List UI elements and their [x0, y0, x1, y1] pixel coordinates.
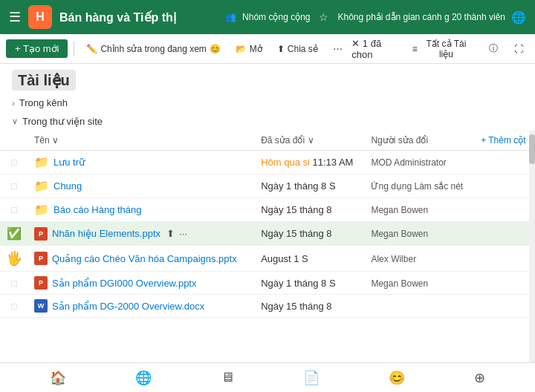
chevron-right-icon: › [12, 99, 15, 108]
col-modified-label: Đã sửa đổi [261, 135, 305, 146]
row-checkbox-cell: □ [0, 151, 28, 174]
row-name-cell[interactable]: WSản phẩm DG-2000 Overview.docx [28, 295, 255, 318]
row-checkbox-cell: ✅ [0, 222, 28, 246]
share-button[interactable]: ⬆ Chia sẻ [271, 41, 324, 57]
modifier-name: Megan Bowen [371, 278, 428, 289]
bottom-nav-person[interactable]: 😊 [380, 367, 414, 389]
row-actions[interactable]: ⬆··· [166, 228, 187, 239]
row-extra-cell [475, 246, 535, 272]
main-content: Tài liệu › Trong kênh ∨ Trong thư viện s… [0, 64, 535, 362]
all-docs-button[interactable]: ≡ Tất cả Tài liệu [406, 36, 479, 62]
row-name-cell[interactable]: 📁Chung [28, 174, 255, 198]
row-modifier-cell: Megan Bowen [365, 272, 475, 295]
share-icon: ⬆ [277, 44, 285, 54]
file-table-body: □📁Lưu trữHôm qua si 11:13 AMMOD Administ… [0, 151, 535, 318]
bottom-nav-add[interactable]: ⊕ [465, 367, 494, 389]
row-extra-cell [475, 295, 535, 318]
share-row-icon[interactable]: ⬆ [166, 228, 175, 239]
file-doc-small-icon: □ [11, 278, 17, 289]
modifier-name: Megan Bowen [371, 229, 428, 239]
file-name-link[interactable]: Nhãn hiệu Elements.pptx [52, 228, 160, 239]
row-checkbox-cell: □ [0, 198, 28, 222]
row-date-cell: Ngày 15 tháng 8 [255, 222, 365, 246]
row-name-cell[interactable]: PSản phẩm DGI000 Overview.pptx [28, 272, 255, 295]
scrollbar-thumb [529, 134, 535, 164]
table-row[interactable]: 🖐PQuảng cáo Chéo Văn hóa Campaigns.pptxA… [0, 246, 535, 272]
more-row-icon[interactable]: ··· [179, 228, 187, 239]
more-button[interactable]: ··· [327, 39, 348, 59]
share-label: Chia sẻ [288, 44, 318, 54]
file-doc-small-icon: □ [11, 180, 17, 192]
page-area: Tài liệu › Trong kênh ∨ Trong thư viện s… [0, 64, 535, 362]
emoji-indicator: 😊 [210, 44, 221, 54]
expand-button[interactable]: ⛶ [508, 41, 529, 57]
more-icon: ··· [333, 42, 343, 56]
row-modifier-cell: Megan Bowen [365, 222, 475, 246]
table-row[interactable]: □PSản phẩm DGI000 Overview.pptxNgày 1 th… [0, 272, 535, 295]
bottom-nav-doc[interactable]: 📄 [294, 367, 328, 389]
tree-item-channel[interactable]: › Trong kênh [6, 94, 535, 112]
new-button[interactable]: + Tạo mới [6, 39, 68, 58]
file-table: Tên ∨ Đã sửa đổi ∨ Người sửa đổi + Thêm … [0, 131, 535, 318]
file-scroll-area[interactable]: Tên ∨ Đã sửa đổi ∨ Người sửa đổi + Thêm … [0, 131, 535, 362]
date-text: Ngày 15 tháng 8 [261, 204, 331, 215]
row-extra-cell [475, 198, 535, 222]
col-modified-header[interactable]: Đã sửa đổi ∨ [255, 131, 365, 151]
table-row[interactable]: □WSản phẩm DG-2000 Overview.docxNgày 15 … [0, 295, 535, 318]
file-name-link[interactable]: Sản phẩm DG-2000 Overview.docx [52, 301, 204, 312]
row-extra-cell [475, 151, 535, 174]
date-text: Ngày 15 tháng 8 [261, 228, 331, 239]
file-name-link[interactable]: Báo cáo Hàng tháng [54, 204, 142, 215]
open-icon: 📂 [236, 44, 247, 54]
table-row[interactable]: □📁Lưu trữHôm qua si 11:13 AMMOD Administ… [0, 151, 535, 174]
row-date-cell: Ngày 1 tháng 8 S [255, 272, 365, 295]
table-row[interactable]: ✅PNhãn hiệu Elements.pptx⬆···Ngày 15 thá… [0, 222, 535, 246]
bottom-nav-home[interactable]: 🏠 [41, 367, 75, 389]
folder-icon: 📁 [34, 155, 49, 169]
row-checkbox-cell: □ [0, 272, 28, 295]
col-name-header[interactable]: Tên ∨ [28, 131, 255, 151]
row-name-cell[interactable]: PNhãn hiệu Elements.pptx⬆··· [28, 222, 255, 246]
file-name-link[interactable]: Quảng cáo Chéo Văn hóa Campaigns.pptx [52, 253, 237, 264]
file-name-link[interactable]: Lưu trữ [54, 157, 85, 168]
row-name-cell[interactable]: 📁Lưu trữ [28, 151, 255, 174]
col-name-label: Tên [34, 135, 50, 146]
row-modifier-cell: Ứng dụng Làm sắc nét [365, 174, 475, 198]
file-name-link[interactable]: Sản phẩm DGI000 Overview.pptx [52, 278, 196, 289]
time-text: 11:13 AM [313, 157, 354, 168]
row-date-cell: Ngày 15 tháng 8 [255, 198, 365, 222]
bottom-nav: 🏠 🌐 🖥 📄 😊 ⊕ [0, 362, 535, 392]
col-add-header[interactable]: + Thêm cột [475, 131, 535, 151]
modifier-name: MOD Administrator [371, 157, 446, 168]
pptx-icon: P [34, 276, 48, 290]
row-modifier-cell: Alex Wilber [365, 246, 475, 272]
bottom-nav-screen[interactable]: 🖥 [212, 367, 243, 388]
vertical-scrollbar[interactable] [529, 131, 535, 362]
toolbar-right: ✕ 1 đã chon ≡ Tất cả Tài liệu ⓘ ⛶ [351, 36, 529, 62]
row-extra-cell [475, 272, 535, 295]
info-button[interactable]: ⓘ [483, 39, 504, 58]
row-name-cell[interactable]: PQuảng cáo Chéo Văn hóa Campaigns.pptx [28, 246, 255, 272]
row-date-cell: Hôm qua si 11:13 AM [255, 151, 365, 174]
list-icon: ≡ [412, 44, 418, 54]
row-checkbox-cell: □ [0, 295, 28, 318]
menu-icon[interactable]: ☰ [9, 9, 21, 25]
all-docs-label: Tất cả Tài liệu [420, 39, 473, 59]
globe-icon[interactable]: 🌐 [511, 10, 526, 24]
row-name-cell[interactable]: 📁Báo cáo Hàng tháng [28, 198, 255, 222]
add-col-label[interactable]: + Thêm cột [481, 135, 525, 146]
members-label: Không phải dẫn gian cánh g 20 thành viên [337, 12, 505, 22]
open-button[interactable]: 📂 Mở [230, 41, 268, 57]
pptx-icon: P [34, 227, 48, 241]
table-row[interactable]: □📁ChungNgày 1 tháng 8 SỨng dụng Làm sắc … [0, 174, 535, 198]
star-icon[interactable]: ☆ [319, 11, 328, 23]
file-name-link[interactable]: Chung [54, 180, 82, 192]
col-modifiedby-header[interactable]: Người sửa đổi [365, 131, 475, 151]
tree-item-library[interactable]: ∨ Trong thư viện site [6, 112, 535, 131]
date-highlight: Hôm qua si [261, 157, 310, 168]
bottom-nav-globe[interactable]: 🌐 [126, 367, 160, 389]
table-row[interactable]: □📁Báo cáo Hàng thángNgày 15 tháng 8Megan… [0, 198, 535, 222]
edit-icon: ✏️ [86, 44, 97, 54]
edit-button[interactable]: ✏️ Chỉnh sửa trong đang xem 😊 [80, 41, 226, 57]
modifier-name: Megan Bowen [371, 205, 428, 215]
